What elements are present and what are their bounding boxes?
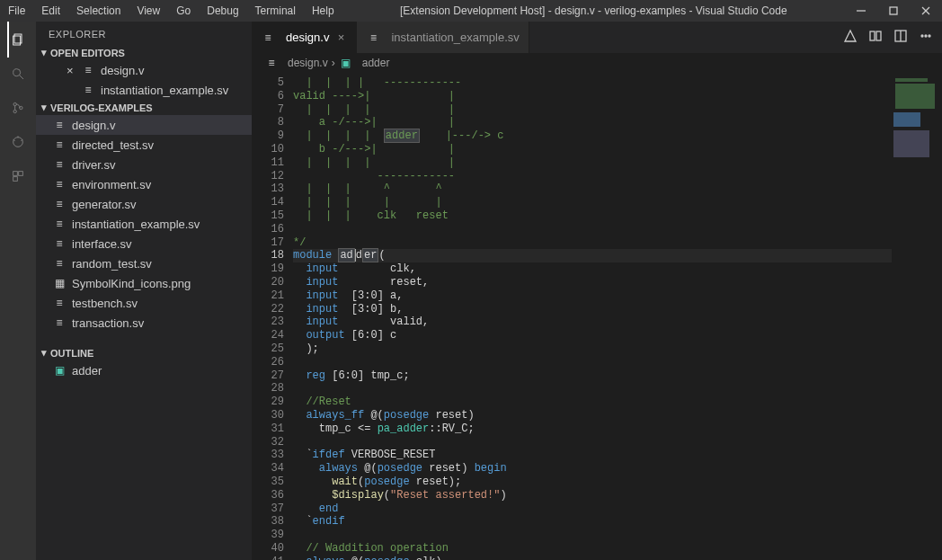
file-icon: ≡: [52, 118, 67, 132]
minimap[interactable]: [892, 73, 942, 560]
file-item[interactable]: ≡testbench.sv: [36, 293, 252, 313]
tab-instantiation_example-sv[interactable]: ≡instantiation_example.sv: [357, 22, 529, 53]
svg-point-6: [13, 69, 21, 76]
file-item[interactable]: ≡interface.sv: [36, 234, 252, 253]
file-item[interactable]: ≡transaction.sv: [36, 313, 252, 333]
titlebar: FileEditSelectionViewGoDebugTerminalHelp…: [0, 0, 942, 22]
svg-rect-17: [13, 177, 18, 182]
file-item[interactable]: ▦SymbolKind_icons.png: [36, 273, 252, 293]
file-item[interactable]: ≡directed_test.sv: [36, 135, 252, 155]
chevron-down-icon: ▾: [41, 47, 50, 58]
file-label: instantiation_example.sv: [101, 84, 228, 97]
menu-go[interactable]: Go: [168, 4, 199, 17]
svg-point-25: [929, 35, 930, 37]
menu-file[interactable]: File: [0, 4, 33, 17]
file-item[interactable]: ≡driver.sv: [36, 155, 252, 174]
file-label: design.v: [72, 119, 115, 132]
svg-point-23: [921, 35, 923, 37]
file-icon: ≡: [52, 316, 67, 330]
tab-design-v[interactable]: ≡design.v×: [252, 22, 357, 53]
file-icon: ≡: [81, 63, 95, 77]
file-label: generator.sv: [72, 198, 137, 211]
svg-rect-16: [19, 172, 23, 176]
tab-label: instantiation_example.sv: [391, 31, 519, 44]
svg-rect-19: [870, 31, 875, 40]
file-icon: ≡: [52, 138, 67, 152]
menu-terminal[interactable]: Terminal: [247, 4, 304, 17]
search-icon[interactable]: [7, 63, 29, 84]
file-item[interactable]: ≡environment.sv: [36, 174, 252, 194]
editor-area: ≡design.v×≡instantiation_example.sv ≡ de…: [252, 22, 942, 560]
svg-line-7: [20, 76, 23, 79]
chevron-down-icon: ▾: [41, 347, 50, 359]
close-icon[interactable]: [910, 0, 942, 22]
code-content[interactable]: | | | | ------------valid ---->| | | | |…: [293, 73, 892, 560]
svg-marker-18: [845, 31, 856, 41]
svg-point-8: [13, 102, 16, 105]
open-editor-item[interactable]: ×≡design.v: [36, 60, 252, 80]
module-icon: ▣: [339, 56, 353, 70]
outline-header[interactable]: ▾ OUTLINE: [36, 345, 252, 360]
chevron-down-icon: ▾: [41, 102, 50, 113]
diff-icon[interactable]: [843, 29, 858, 46]
breadcrumb-file: design.v: [288, 57, 328, 69]
file-item[interactable]: ≡random_test.sv: [36, 253, 252, 273]
file-icon: ≡: [52, 217, 67, 231]
close-icon[interactable]: ×: [67, 64, 77, 77]
close-icon[interactable]: ×: [334, 31, 347, 44]
menu-selection[interactable]: Selection: [68, 4, 129, 17]
file-icon: ≡: [366, 31, 380, 45]
explorer-icon[interactable]: [7, 29, 29, 50]
more-icon[interactable]: [919, 29, 933, 46]
file-item[interactable]: ≡generator.sv: [36, 194, 252, 214]
folder-header[interactable]: ▾ VERILOG-EXAMPLES: [36, 100, 252, 115]
maximize-icon[interactable]: [877, 0, 910, 22]
menu-edit[interactable]: Edit: [33, 4, 68, 17]
file-icon: ≡: [52, 296, 67, 310]
image-icon: ▦: [52, 276, 67, 290]
module-icon: ▣: [52, 363, 67, 378]
menu-view[interactable]: View: [129, 4, 168, 17]
menubar: FileEditSelectionViewGoDebugTerminalHelp: [0, 4, 342, 17]
file-label: instantiation_example.sv: [72, 218, 200, 231]
file-icon: ≡: [81, 83, 95, 97]
extensions-icon[interactable]: [7, 165, 29, 187]
file-label: driver.sv: [72, 158, 115, 172]
code-area[interactable]: 5678910111213141516171819202122232425262…: [252, 73, 942, 560]
file-icon: ≡: [52, 177, 67, 191]
window-controls: [845, 0, 942, 22]
svg-rect-15: [13, 172, 18, 176]
svg-point-11: [13, 138, 23, 147]
source-control-icon[interactable]: [7, 97, 29, 119]
line-gutter: 5678910111213141516171819202122232425262…: [252, 73, 293, 560]
compare-icon[interactable]: [868, 29, 883, 46]
file-icon: ≡: [261, 31, 275, 45]
menu-debug[interactable]: Debug: [199, 4, 246, 17]
file-icon: ≡: [264, 56, 279, 70]
file-icon: ≡: [52, 197, 67, 211]
outline-item[interactable]: ▣adder: [36, 360, 252, 380]
minimize-icon[interactable]: [845, 0, 877, 22]
open-editor-item[interactable]: ≡instantiation_example.sv: [36, 80, 252, 100]
file-item[interactable]: ≡design.v: [36, 115, 252, 135]
menu-help[interactable]: Help: [304, 4, 342, 17]
file-icon: ≡: [52, 236, 67, 251]
section-label: OUTLINE: [50, 348, 93, 359]
file-label: design.v: [101, 64, 144, 77]
tab-bar: ≡design.v×≡instantiation_example.sv: [252, 22, 942, 53]
svg-point-9: [13, 110, 16, 112]
file-icon: ≡: [52, 256, 67, 271]
section-label: OPEN EDITORS: [50, 48, 125, 58]
file-item[interactable]: ≡instantiation_example.sv: [36, 214, 252, 234]
debug-icon[interactable]: [7, 131, 29, 153]
editor-actions: [843, 22, 942, 53]
tab-label: design.v: [286, 31, 329, 44]
file-icon: ≡: [52, 157, 67, 172]
section-label: VERILOG-EXAMPLES: [50, 102, 153, 113]
file-label: interface.sv: [72, 237, 131, 251]
svg-rect-20: [876, 31, 881, 40]
split-editor-icon[interactable]: [893, 29, 908, 46]
open-editors-header[interactable]: ▾ OPEN EDITORS: [36, 45, 252, 60]
breadcrumb[interactable]: ≡ design.v › ▣ adder: [252, 53, 942, 73]
window-title: [Extension Development Host] - design.v …: [342, 4, 845, 17]
